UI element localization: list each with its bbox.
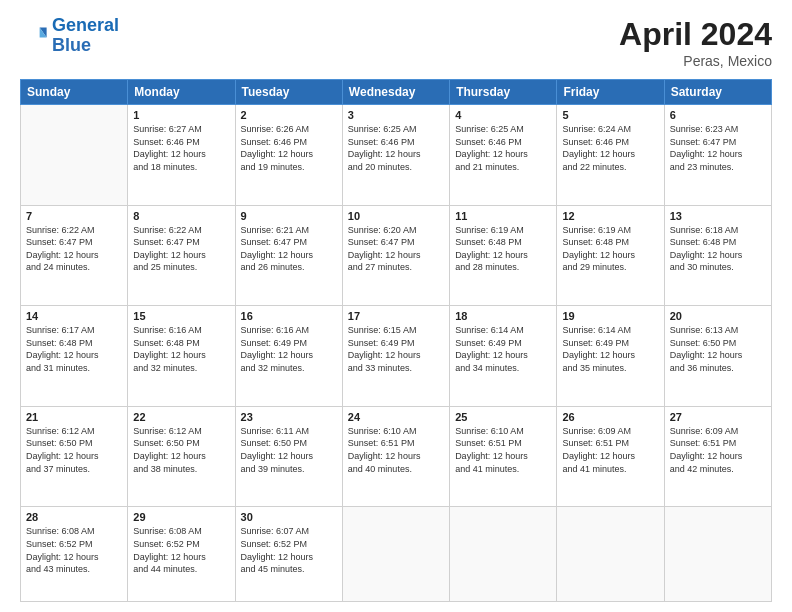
week-row-4: 21Sunrise: 6:12 AM Sunset: 6:50 PM Dayli… — [21, 406, 772, 507]
day-cell: 29Sunrise: 6:08 AM Sunset: 6:52 PM Dayli… — [128, 507, 235, 602]
day-number: 30 — [241, 511, 337, 523]
day-number: 11 — [455, 210, 551, 222]
day-cell — [450, 507, 557, 602]
day-info: Sunrise: 6:26 AM Sunset: 6:46 PM Dayligh… — [241, 123, 337, 173]
day-number: 20 — [670, 310, 766, 322]
logo: General Blue — [20, 16, 119, 56]
day-number: 18 — [455, 310, 551, 322]
day-number: 19 — [562, 310, 658, 322]
day-info: Sunrise: 6:15 AM Sunset: 6:49 PM Dayligh… — [348, 324, 444, 374]
day-header-sunday: Sunday — [21, 80, 128, 105]
day-number: 26 — [562, 411, 658, 423]
day-cell: 22Sunrise: 6:12 AM Sunset: 6:50 PM Dayli… — [128, 406, 235, 507]
day-number: 28 — [26, 511, 122, 523]
day-cell: 25Sunrise: 6:10 AM Sunset: 6:51 PM Dayli… — [450, 406, 557, 507]
day-info: Sunrise: 6:16 AM Sunset: 6:48 PM Dayligh… — [133, 324, 229, 374]
week-row-2: 7Sunrise: 6:22 AM Sunset: 6:47 PM Daylig… — [21, 205, 772, 306]
day-info: Sunrise: 6:22 AM Sunset: 6:47 PM Dayligh… — [133, 224, 229, 274]
day-header-saturday: Saturday — [664, 80, 771, 105]
day-cell: 13Sunrise: 6:18 AM Sunset: 6:48 PM Dayli… — [664, 205, 771, 306]
day-cell: 10Sunrise: 6:20 AM Sunset: 6:47 PM Dayli… — [342, 205, 449, 306]
day-number: 3 — [348, 109, 444, 121]
day-cell: 19Sunrise: 6:14 AM Sunset: 6:49 PM Dayli… — [557, 306, 664, 407]
day-cell: 8Sunrise: 6:22 AM Sunset: 6:47 PM Daylig… — [128, 205, 235, 306]
day-cell: 4Sunrise: 6:25 AM Sunset: 6:46 PM Daylig… — [450, 105, 557, 206]
day-number: 7 — [26, 210, 122, 222]
day-info: Sunrise: 6:25 AM Sunset: 6:46 PM Dayligh… — [455, 123, 551, 173]
logo-text: General Blue — [52, 16, 119, 56]
month-title: April 2024 — [619, 16, 772, 53]
page: General Blue April 2024 Peras, Mexico Su… — [0, 0, 792, 612]
header: General Blue April 2024 Peras, Mexico — [20, 16, 772, 69]
day-number: 22 — [133, 411, 229, 423]
day-cell: 12Sunrise: 6:19 AM Sunset: 6:48 PM Dayli… — [557, 205, 664, 306]
day-number: 14 — [26, 310, 122, 322]
day-number: 1 — [133, 109, 229, 121]
day-cell: 30Sunrise: 6:07 AM Sunset: 6:52 PM Dayli… — [235, 507, 342, 602]
day-cell — [342, 507, 449, 602]
day-info: Sunrise: 6:10 AM Sunset: 6:51 PM Dayligh… — [348, 425, 444, 475]
day-cell: 3Sunrise: 6:25 AM Sunset: 6:46 PM Daylig… — [342, 105, 449, 206]
day-number: 27 — [670, 411, 766, 423]
day-info: Sunrise: 6:08 AM Sunset: 6:52 PM Dayligh… — [26, 525, 122, 575]
day-header-tuesday: Tuesday — [235, 80, 342, 105]
day-info: Sunrise: 6:23 AM Sunset: 6:47 PM Dayligh… — [670, 123, 766, 173]
day-cell: 14Sunrise: 6:17 AM Sunset: 6:48 PM Dayli… — [21, 306, 128, 407]
day-number: 17 — [348, 310, 444, 322]
day-cell: 20Sunrise: 6:13 AM Sunset: 6:50 PM Dayli… — [664, 306, 771, 407]
day-info: Sunrise: 6:12 AM Sunset: 6:50 PM Dayligh… — [133, 425, 229, 475]
day-info: Sunrise: 6:19 AM Sunset: 6:48 PM Dayligh… — [562, 224, 658, 274]
day-info: Sunrise: 6:10 AM Sunset: 6:51 PM Dayligh… — [455, 425, 551, 475]
day-header-monday: Monday — [128, 80, 235, 105]
day-number: 15 — [133, 310, 229, 322]
day-number: 24 — [348, 411, 444, 423]
day-cell: 28Sunrise: 6:08 AM Sunset: 6:52 PM Dayli… — [21, 507, 128, 602]
logo-icon — [20, 22, 48, 50]
day-info: Sunrise: 6:17 AM Sunset: 6:48 PM Dayligh… — [26, 324, 122, 374]
day-info: Sunrise: 6:25 AM Sunset: 6:46 PM Dayligh… — [348, 123, 444, 173]
day-cell: 11Sunrise: 6:19 AM Sunset: 6:48 PM Dayli… — [450, 205, 557, 306]
day-info: Sunrise: 6:13 AM Sunset: 6:50 PM Dayligh… — [670, 324, 766, 374]
day-info: Sunrise: 6:07 AM Sunset: 6:52 PM Dayligh… — [241, 525, 337, 575]
day-number: 21 — [26, 411, 122, 423]
calendar-table: SundayMondayTuesdayWednesdayThursdayFrid… — [20, 79, 772, 602]
day-info: Sunrise: 6:24 AM Sunset: 6:46 PM Dayligh… — [562, 123, 658, 173]
day-number: 5 — [562, 109, 658, 121]
day-info: Sunrise: 6:19 AM Sunset: 6:48 PM Dayligh… — [455, 224, 551, 274]
day-info: Sunrise: 6:09 AM Sunset: 6:51 PM Dayligh… — [670, 425, 766, 475]
day-cell: 6Sunrise: 6:23 AM Sunset: 6:47 PM Daylig… — [664, 105, 771, 206]
day-cell: 24Sunrise: 6:10 AM Sunset: 6:51 PM Dayli… — [342, 406, 449, 507]
day-cell: 9Sunrise: 6:21 AM Sunset: 6:47 PM Daylig… — [235, 205, 342, 306]
day-info: Sunrise: 6:09 AM Sunset: 6:51 PM Dayligh… — [562, 425, 658, 475]
day-info: Sunrise: 6:21 AM Sunset: 6:47 PM Dayligh… — [241, 224, 337, 274]
day-info: Sunrise: 6:12 AM Sunset: 6:50 PM Dayligh… — [26, 425, 122, 475]
day-number: 23 — [241, 411, 337, 423]
day-info: Sunrise: 6:27 AM Sunset: 6:46 PM Dayligh… — [133, 123, 229, 173]
day-cell: 21Sunrise: 6:12 AM Sunset: 6:50 PM Dayli… — [21, 406, 128, 507]
week-row-3: 14Sunrise: 6:17 AM Sunset: 6:48 PM Dayli… — [21, 306, 772, 407]
day-info: Sunrise: 6:18 AM Sunset: 6:48 PM Dayligh… — [670, 224, 766, 274]
day-cell: 18Sunrise: 6:14 AM Sunset: 6:49 PM Dayli… — [450, 306, 557, 407]
day-number: 8 — [133, 210, 229, 222]
day-info: Sunrise: 6:22 AM Sunset: 6:47 PM Dayligh… — [26, 224, 122, 274]
day-number: 9 — [241, 210, 337, 222]
day-cell: 16Sunrise: 6:16 AM Sunset: 6:49 PM Dayli… — [235, 306, 342, 407]
day-header-thursday: Thursday — [450, 80, 557, 105]
header-row: SundayMondayTuesdayWednesdayThursdayFrid… — [21, 80, 772, 105]
day-cell: 7Sunrise: 6:22 AM Sunset: 6:47 PM Daylig… — [21, 205, 128, 306]
day-header-friday: Friday — [557, 80, 664, 105]
day-cell: 1Sunrise: 6:27 AM Sunset: 6:46 PM Daylig… — [128, 105, 235, 206]
day-cell — [557, 507, 664, 602]
day-cell: 26Sunrise: 6:09 AM Sunset: 6:51 PM Dayli… — [557, 406, 664, 507]
day-cell: 5Sunrise: 6:24 AM Sunset: 6:46 PM Daylig… — [557, 105, 664, 206]
location: Peras, Mexico — [619, 53, 772, 69]
day-number: 10 — [348, 210, 444, 222]
week-row-5: 28Sunrise: 6:08 AM Sunset: 6:52 PM Dayli… — [21, 507, 772, 602]
day-number: 4 — [455, 109, 551, 121]
day-info: Sunrise: 6:20 AM Sunset: 6:47 PM Dayligh… — [348, 224, 444, 274]
day-cell — [664, 507, 771, 602]
day-cell: 27Sunrise: 6:09 AM Sunset: 6:51 PM Dayli… — [664, 406, 771, 507]
day-number: 13 — [670, 210, 766, 222]
day-info: Sunrise: 6:11 AM Sunset: 6:50 PM Dayligh… — [241, 425, 337, 475]
day-info: Sunrise: 6:08 AM Sunset: 6:52 PM Dayligh… — [133, 525, 229, 575]
